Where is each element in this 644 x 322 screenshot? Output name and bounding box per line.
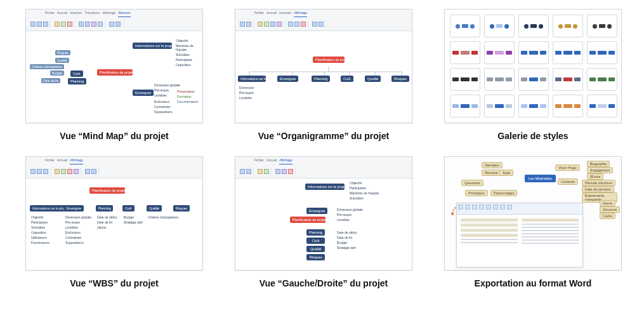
node: Qualité	[306, 246, 325, 252]
ribbon-tab: Fichier	[254, 11, 264, 17]
canvas-leftright: Informations sur le projet Objectifs Par…	[235, 178, 412, 270]
leaf: Documentation	[177, 100, 199, 104]
canvas-mindmap: Planification de projet Risques Qualité …	[26, 31, 202, 123]
style-thumb[interactable]	[518, 95, 549, 117]
caption: Vue “Organigramme” du projet	[258, 131, 389, 141]
thumb-leftright[interactable]: Fichier Accueil Affichage Informations s…	[235, 156, 412, 271]
style-thumb[interactable]	[484, 68, 515, 91]
ribbon-tab: Fichier	[254, 158, 264, 164]
cell-leftright: Fichier Accueil Affichage Informations s…	[235, 156, 412, 288]
leaf: Opposition	[176, 63, 202, 67]
style-thumb[interactable]	[518, 41, 549, 64]
node: Qualité	[55, 58, 69, 63]
node: Date de parution	[582, 186, 614, 192]
leaf: Suppositions	[154, 110, 173, 114]
node: Période d'écriture	[582, 180, 615, 186]
leaf: Stratégie tarif	[337, 246, 357, 250]
style-thumb[interactable]	[450, 68, 480, 91]
leaf: Critères d'acceptation	[148, 215, 178, 219]
node: Qualité	[365, 76, 381, 82]
style-thumb[interactable]	[587, 41, 617, 64]
leaf: Pré-requis	[65, 220, 91, 224]
leaf: Pré-requis	[337, 213, 363, 217]
thumb-styles[interactable]	[444, 9, 622, 123]
thumb-export[interactable]: Les Misérables Victor Hugo Narrateur Rés…	[444, 156, 622, 271]
node: Narrateur	[482, 162, 503, 168]
style-thumb[interactable]	[553, 95, 583, 117]
ribbon-tab: Accueil	[266, 11, 277, 17]
node: Cadre	[600, 213, 615, 219]
leaf: Date de début	[337, 231, 357, 234]
node: Structure	[600, 206, 620, 213]
caption: Galerie de styles	[497, 131, 568, 141]
word-window	[456, 203, 583, 267]
style-thumb[interactable]	[553, 68, 583, 91]
style-gallery	[445, 10, 621, 123]
wbs-header: Planning	[96, 205, 113, 211]
leaf: Subsidies	[31, 225, 49, 229]
node: Envergure	[277, 76, 298, 82]
ribbon-tab-active: Révision	[118, 11, 130, 17]
node: Coût	[70, 70, 83, 77]
style-thumb[interactable]	[518, 15, 549, 37]
leaf: Livrables	[239, 96, 254, 100]
style-thumb[interactable]	[587, 15, 617, 37]
style-thumb[interactable]	[450, 95, 480, 117]
thumb-mindmap[interactable]: Fichier Accueil Insertion Transitions Af…	[25, 9, 203, 123]
node: Informations sur le projet	[305, 184, 345, 190]
leaf: Subsidies	[176, 53, 202, 57]
gallery-grid: Fichier Accueil Insertion Transitions Af…	[25, 9, 619, 288]
caption: Exportation au format Word	[475, 278, 592, 288]
node: Principaux	[465, 190, 488, 196]
style-thumb[interactable]	[518, 68, 549, 91]
leaf: Subsidies	[350, 196, 379, 200]
leaf: Présentation	[177, 90, 199, 93]
leaf: Stratégie tarif	[124, 220, 143, 224]
node: Genre	[600, 200, 615, 206]
style-thumb[interactable]	[587, 68, 617, 91]
style-thumb[interactable]	[484, 15, 515, 37]
style-thumb[interactable]	[553, 15, 583, 37]
leaf: Livrables	[154, 93, 180, 97]
node: Planning	[312, 76, 330, 82]
caption: Vue “Gauche/Droite” du projet	[260, 278, 388, 288]
ribbon-tab: Fichier	[45, 11, 55, 17]
node: Personnages	[490, 190, 517, 196]
node: Questions	[461, 180, 483, 186]
style-thumb[interactable]	[450, 15, 480, 37]
leaf: Membres de l'équipe	[176, 44, 202, 51]
node: Victor Hugo	[555, 164, 580, 171]
leaf: Contraintes	[65, 236, 91, 239]
style-thumb[interactable]	[484, 41, 515, 64]
leaf: Suppositions	[65, 241, 91, 245]
center-node: Planification de projet	[89, 187, 125, 194]
node: Budget	[50, 70, 64, 76]
thumb-orgchart[interactable]: Fichier Accueil Insertion Affichage Plan…	[235, 9, 412, 123]
leaf: Objectifs	[31, 215, 49, 219]
node: Envergure	[306, 208, 327, 214]
wbs-header: Coût	[122, 205, 135, 211]
thumb-wbs[interactable]: Fichier Accueil Affichage Planification …	[25, 156, 203, 271]
wbs-header: Risques	[173, 205, 190, 211]
cell-mindmap: Fichier Accueil Insertion Transitions Af…	[25, 9, 203, 141]
wbs-header: Qualité	[147, 205, 162, 211]
mindmap-inset: Les Misérables Victor Hugo Narrateur Rés…	[449, 161, 617, 200]
style-thumb[interactable]	[587, 95, 617, 117]
node: Coût	[306, 238, 325, 244]
leaf: Pré-requis	[154, 88, 180, 92]
leaf: Dimension	[239, 86, 254, 90]
ribbon-tab-active: Affichage	[279, 158, 292, 164]
style-thumb[interactable]	[484, 95, 515, 117]
leaf: Membres de l'équipe	[350, 191, 379, 195]
node: Planning	[68, 78, 86, 84]
node: Risques	[55, 50, 70, 55]
style-thumb[interactable]	[553, 41, 583, 64]
node: Style	[499, 170, 513, 176]
cell-styles: Galerie de styles	[444, 9, 622, 141]
ribbon-tab: Insertion	[70, 11, 82, 17]
ribbon-tab: Accueil	[57, 158, 67, 164]
leaf: Objectifs	[350, 181, 379, 185]
style-thumb[interactable]	[450, 41, 480, 64]
leaf: Budget	[124, 215, 143, 219]
leaf: Participants	[176, 58, 202, 62]
